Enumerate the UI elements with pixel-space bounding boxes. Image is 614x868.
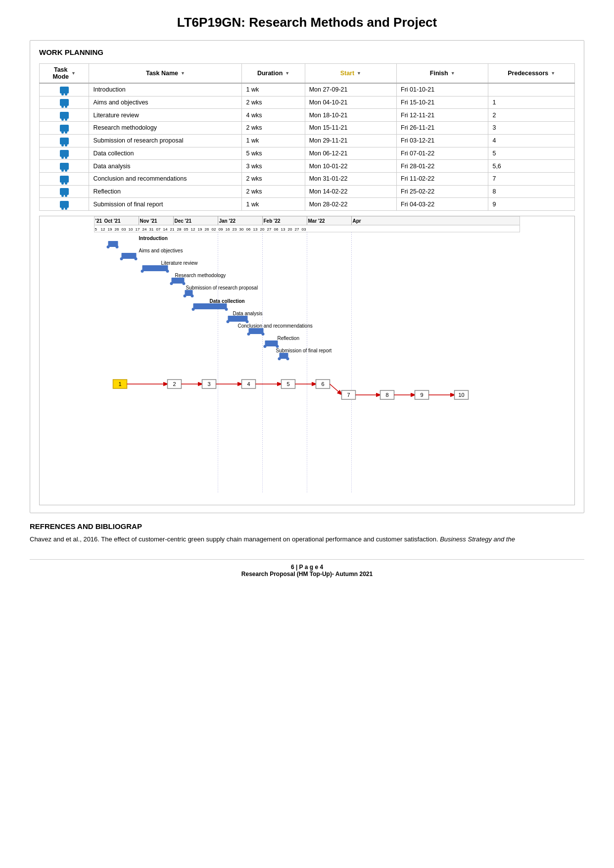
svg-rect-64 <box>172 278 185 284</box>
svg-text:30: 30 <box>239 227 244 232</box>
svg-point-53 <box>107 245 110 248</box>
task-finish-cell: Fri 25-02-22 <box>397 185 488 198</box>
sort-arrow-duration[interactable]: ▼ <box>285 71 289 76</box>
task-mode-cell <box>40 134 89 147</box>
task-start-cell: Mon 31-01-22 <box>305 172 396 185</box>
svg-text:Literature review: Literature review <box>161 260 198 266</box>
task-finish-cell: Fri 11-02-22 <box>397 172 488 185</box>
task-pred-cell: 7 <box>488 172 575 185</box>
sort-arrow-pred[interactable]: ▼ <box>551 71 555 76</box>
col-header-pred[interactable]: Predecessors ▼ <box>488 64 575 84</box>
svg-rect-80 <box>249 328 264 334</box>
svg-text:17: 17 <box>136 227 140 232</box>
task-mode-icon <box>60 87 69 94</box>
svg-text:26: 26 <box>205 227 209 232</box>
svg-point-73 <box>192 308 195 311</box>
sort-arrow-name[interactable]: ▼ <box>181 71 185 76</box>
task-name-cell: Submission of final report <box>89 198 242 211</box>
svg-point-70 <box>191 294 194 297</box>
svg-text:16: 16 <box>226 227 230 232</box>
svg-text:05: 05 <box>184 227 189 232</box>
svg-text:03: 03 <box>122 227 126 232</box>
task-mode-cell <box>40 147 89 160</box>
task-name-cell: Introduction <box>89 83 242 96</box>
task-start-cell: Mon 15-11-21 <box>305 122 396 135</box>
svg-text:06: 06 <box>246 227 251 232</box>
task-duration-cell: 1 wk <box>242 198 305 211</box>
task-finish-cell: Fri 28-01-22 <box>397 160 488 173</box>
sort-arrow-mode[interactable]: ▼ <box>71 71 76 76</box>
svg-text:5: 5 <box>286 381 289 387</box>
svg-line-108 <box>330 384 342 394</box>
svg-point-90 <box>286 357 289 360</box>
svg-point-77 <box>227 320 230 323</box>
svg-point-62 <box>166 270 169 273</box>
svg-point-81 <box>247 333 250 336</box>
task-start-cell: Mon 28-02-22 <box>305 198 396 211</box>
task-finish-cell: Fri 26-11-21 <box>397 122 488 135</box>
sort-arrow-start[interactable]: ▼ <box>357 71 361 76</box>
task-mode-cell <box>40 109 89 122</box>
svg-text:12: 12 <box>191 227 195 232</box>
task-start-cell: Mon 27-09-21 <box>305 83 396 96</box>
svg-text:Apr: Apr <box>353 218 361 224</box>
task-duration-cell: 2 wks <box>242 185 305 198</box>
col-header-start[interactable]: Start ▼ <box>305 64 396 84</box>
svg-point-54 <box>116 245 119 248</box>
svg-text:5: 5 <box>95 227 97 232</box>
task-pred-cell: 5,6 <box>488 160 575 173</box>
svg-point-61 <box>141 270 144 273</box>
svg-point-57 <box>120 257 123 260</box>
task-duration-cell: 1 wk <box>242 134 305 147</box>
task-pred-cell: 2 <box>488 109 575 122</box>
svg-text:23: 23 <box>233 227 237 232</box>
svg-text:Submission of research proposa: Submission of research proposal <box>186 285 258 290</box>
task-mode-icon <box>60 201 69 208</box>
col-header-finish[interactable]: Finish ▼ <box>397 64 488 84</box>
task-mode-icon <box>60 163 69 170</box>
svg-text:20: 20 <box>260 227 265 232</box>
task-finish-cell: Fri 04-03-22 <box>397 198 488 211</box>
task-start-cell: Mon 10-01-22 <box>305 160 396 173</box>
svg-text:07: 07 <box>156 227 161 232</box>
task-mode-icon <box>60 112 69 119</box>
task-mode-cell <box>40 198 89 211</box>
svg-text:3: 3 <box>207 381 210 387</box>
svg-point-74 <box>225 308 228 311</box>
task-mode-cell <box>40 96 89 109</box>
svg-text:Research methodology: Research methodology <box>175 273 226 278</box>
col-header-mode[interactable]: TaskMode ▼ <box>40 64 89 84</box>
task-start-cell: Mon 04-10-21 <box>305 96 396 109</box>
task-pred-cell: 5 <box>488 147 575 160</box>
svg-text:Data analysis: Data analysis <box>233 311 263 316</box>
task-name-cell: Conclusion and recommendations <box>89 172 242 185</box>
svg-text:24: 24 <box>142 227 147 232</box>
svg-text:03: 03 <box>302 227 306 232</box>
task-start-cell: Mon 18-10-21 <box>305 109 396 122</box>
sort-arrow-finish[interactable]: ▼ <box>451 71 455 76</box>
svg-point-82 <box>262 333 265 336</box>
col-header-name[interactable]: Task Name ▼ <box>89 64 242 84</box>
svg-rect-76 <box>228 316 248 322</box>
svg-text:'21: '21 <box>95 218 102 224</box>
page-number: 6 | P a g e 4 <box>291 564 323 571</box>
svg-text:Dec '21: Dec '21 <box>175 218 192 224</box>
task-pred-cell: 1 <box>488 96 575 109</box>
svg-text:8: 8 <box>385 392 388 398</box>
task-pred-cell: 9 <box>488 198 575 211</box>
workplanning-section: WORK PLANNING TaskMode ▼ Task Name ▼ <box>30 40 584 513</box>
task-mode-icon <box>60 150 69 157</box>
col-header-duration[interactable]: Duration ▼ <box>242 64 305 84</box>
svg-text:13: 13 <box>281 227 285 232</box>
task-pred-cell: 8 <box>488 185 575 198</box>
page-footer: 6 | P a g e 4 Research Proposal (HM Top-… <box>30 559 584 578</box>
workplanning-heading: WORK PLANNING <box>39 48 575 56</box>
task-mode-icon <box>60 99 69 106</box>
task-pred-cell: 4 <box>488 134 575 147</box>
task-mode-cell <box>40 172 89 185</box>
task-mode-cell <box>40 122 89 135</box>
task-pred-cell <box>488 83 575 96</box>
table-row: Aims and objectives2 wksMon 04-10-21Fri … <box>40 96 575 109</box>
task-start-cell: Mon 14-02-22 <box>305 185 396 198</box>
gantt-svg: '21 Oct '21 Nov '21 Dec '21 Jan '22 Feb … <box>40 216 574 503</box>
